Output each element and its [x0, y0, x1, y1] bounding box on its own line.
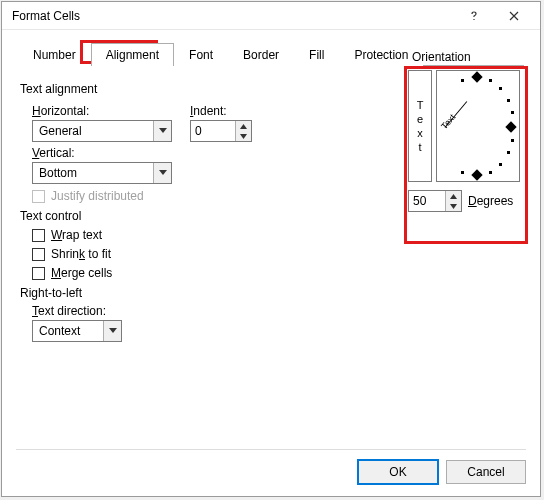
- dial-dot: [507, 151, 510, 154]
- orientation-vertical-text[interactable]: Text: [408, 70, 432, 182]
- dial-dot: [499, 163, 502, 166]
- dial-dot: [511, 139, 514, 142]
- dial-dot: [499, 87, 502, 90]
- checkbox-icon: [32, 229, 45, 242]
- chevron-down-icon: [103, 321, 121, 341]
- degrees-down[interactable]: [446, 201, 461, 211]
- text-direction-value: Context: [33, 324, 103, 338]
- dial-dot: [489, 79, 492, 82]
- indent-up[interactable]: [236, 121, 251, 131]
- checkbox-icon: [32, 267, 45, 280]
- dial-marker: [471, 71, 482, 82]
- tab-border[interactable]: Border: [228, 43, 294, 66]
- close-button[interactable]: [494, 4, 534, 28]
- shrink-to-fit-checkbox[interactable]: Shrink to fit: [32, 247, 522, 261]
- dial-dot: [461, 79, 464, 82]
- help-button[interactable]: [454, 4, 494, 28]
- dial-marker: [505, 121, 516, 132]
- vertical-value: Bottom: [33, 166, 153, 180]
- orientation-dial[interactable]: Text: [436, 70, 520, 182]
- dialog-title: Format Cells: [12, 9, 454, 23]
- dial-marker: [471, 169, 482, 180]
- dial-dot: [489, 171, 492, 174]
- degrees-value: 50: [409, 191, 445, 211]
- indent-spinner[interactable]: 0: [190, 120, 252, 142]
- dial-dot: [511, 111, 514, 114]
- checkbox-icon: [32, 248, 45, 261]
- text-direction-combo[interactable]: Context: [32, 320, 122, 342]
- right-to-left-section-label: Right-to-left: [20, 286, 522, 300]
- degrees-spinner[interactable]: 50: [408, 190, 462, 212]
- orientation-section: Orientation Text Text: [408, 50, 522, 212]
- degrees-up[interactable]: [446, 191, 461, 201]
- button-bar: OK Cancel: [358, 460, 526, 484]
- checkbox-icon: [32, 190, 45, 203]
- tab-alignment[interactable]: Alignment: [91, 43, 174, 66]
- close-icon: [509, 11, 519, 21]
- dial-dot: [507, 99, 510, 102]
- horizontal-combo[interactable]: General: [32, 120, 172, 142]
- chevron-down-icon: [153, 163, 171, 183]
- merge-cells-checkbox[interactable]: Merge cells: [32, 266, 522, 280]
- indent-down[interactable]: [236, 131, 251, 141]
- tab-number[interactable]: Number: [18, 43, 91, 66]
- format-cells-dialog: Format Cells Number Alignment Font Borde…: [1, 1, 541, 497]
- indent-label: Indent:: [190, 104, 252, 118]
- dial-text-label: Text: [439, 112, 457, 131]
- indent-value: 0: [191, 121, 235, 141]
- ok-button[interactable]: OK: [358, 460, 438, 484]
- help-icon: [469, 11, 479, 21]
- cancel-button[interactable]: Cancel: [446, 460, 526, 484]
- tab-fill[interactable]: Fill: [294, 43, 339, 66]
- vertical-combo[interactable]: Bottom: [32, 162, 172, 184]
- titlebar: Format Cells: [2, 2, 540, 30]
- degrees-label: Degrees: [468, 194, 513, 208]
- chevron-down-icon: [153, 121, 171, 141]
- orientation-label: Orientation: [412, 50, 522, 64]
- horizontal-value: General: [33, 124, 153, 138]
- wrap-text-checkbox[interactable]: Wrap text: [32, 228, 522, 242]
- dial-dot: [461, 171, 464, 174]
- text-direction-label: Text direction:: [32, 304, 522, 318]
- tab-font[interactable]: Font: [174, 43, 228, 66]
- horizontal-label: Horizontal:document.currentScript.previo…: [32, 104, 172, 118]
- button-separator: [16, 449, 526, 450]
